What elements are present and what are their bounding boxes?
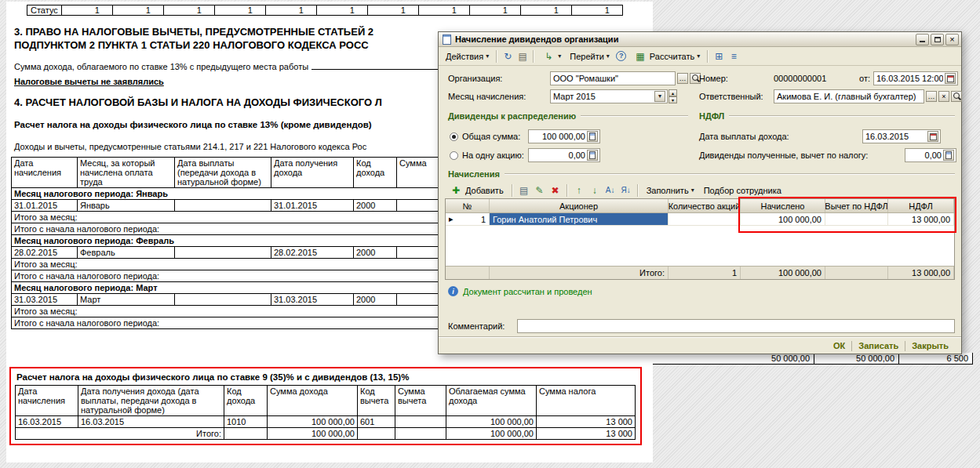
clear-icon[interactable]: × bbox=[938, 91, 949, 102]
month-group-row: Месяц налогового периода: Март bbox=[12, 282, 492, 294]
toolbar-separator bbox=[637, 184, 639, 197]
responsible-label: Ответственный: bbox=[699, 92, 763, 101]
tax13-table: Дата начисления Месяц, за который начисл… bbox=[11, 157, 492, 329]
blank-fill-line bbox=[311, 61, 439, 70]
column-header[interactable]: № bbox=[446, 199, 490, 212]
column-header[interactable]: Начислено bbox=[741, 199, 825, 212]
maximize-button[interactable] bbox=[931, 34, 944, 45]
help-icon[interactable]: ? bbox=[614, 49, 628, 63]
section4-heading: 4. РАСЧЕТ НАЛОГОВОЙ БАЗЫ И НАЛОГА НА ДОХ… bbox=[14, 96, 382, 108]
sort-descending-icon[interactable]: Я↓ bbox=[619, 183, 633, 198]
document-status-line: i Документ рассчитан и проведен bbox=[448, 286, 592, 296]
minimize-button[interactable] bbox=[916, 34, 929, 45]
copy-document-icon[interactable]: ▤ bbox=[516, 49, 530, 63]
create-based-on-button[interactable]: ↳ ▾ bbox=[537, 48, 565, 65]
status-cell: 1 bbox=[469, 5, 520, 16]
actions-button[interactable]: Действия▾ bbox=[442, 50, 493, 63]
dividends-header-row: Дата начисления Дата получения дохода (д… bbox=[16, 386, 636, 416]
dividends-tax-section-highlighted: Расчет налога на доходы физического лица… bbox=[9, 367, 642, 445]
per-share-radio[interactable] bbox=[450, 151, 458, 160]
previous-income-line: Сумма дохода, облагаемого по ставке 13% … bbox=[14, 61, 439, 71]
add-icon: ✚ bbox=[449, 183, 463, 198]
move-up-icon[interactable]: ↑ bbox=[572, 183, 586, 198]
received-dividends-field[interactable]: 0,00 bbox=[905, 148, 956, 162]
organization-field[interactable]: ООО "Ромашки" … bbox=[550, 71, 701, 85]
responsible-field[interactable]: Акимова Е. И. (главный бухгалтер) … × bbox=[774, 89, 962, 103]
table-row: 31.01.2015Январь 31.01.20152000 bbox=[12, 200, 492, 212]
accrual-month-field[interactable]: Март 2015▾ ▴▾ bbox=[550, 89, 677, 103]
dialog-toolbar: Действия▾ ↻ ▤ ↳ ▾ Перейти▾ ? ▦ Рассчитат… bbox=[439, 47, 961, 66]
column-header[interactable]: НДФЛ bbox=[888, 199, 954, 212]
received-dividends-label: Дивиденды полученные, вычет по налогу: bbox=[699, 151, 868, 160]
calculator-icon[interactable] bbox=[587, 150, 598, 161]
edit-row-icon[interactable]: ✎ bbox=[533, 183, 547, 198]
per-share-input[interactable]: 0,00 bbox=[528, 148, 600, 162]
number-label: Номер: bbox=[699, 74, 728, 83]
status-row-table: Статус 1 1 1 1 1 1 1 1 1 1 1 bbox=[27, 5, 623, 16]
column-header[interactable]: Вычет по НДФЛ bbox=[825, 199, 888, 212]
number-value[interactable]: 00000000001 bbox=[774, 74, 826, 83]
choose-button[interactable]: … bbox=[926, 91, 937, 102]
move-down-icon[interactable]: ↓ bbox=[588, 183, 602, 198]
payout-date-label: Дата выплаты дохода: bbox=[699, 132, 789, 141]
chevron-down-icon: ▾ bbox=[697, 53, 700, 60]
month-total-row: Итого за месяц: bbox=[12, 306, 492, 317]
subordination-structure-icon[interactable]: ⊞ bbox=[712, 49, 726, 63]
fill-button[interactable]: Заполнить▾ bbox=[643, 184, 698, 197]
reread-icon[interactable]: ↻ bbox=[501, 49, 515, 63]
calendar-icon[interactable] bbox=[945, 73, 956, 84]
payout-date-field[interactable]: 16.03.2015 bbox=[862, 129, 941, 143]
save-button[interactable]: Записать bbox=[854, 339, 903, 352]
goto-button[interactable]: Перейти▾ bbox=[566, 50, 614, 63]
calculator-icon[interactable] bbox=[943, 150, 954, 161]
sort-ascending-icon[interactable]: А↓ bbox=[603, 183, 618, 198]
calculator-icon[interactable] bbox=[587, 131, 598, 142]
fragment-cell: 50 000,00 bbox=[653, 353, 814, 364]
current-row-marker-icon: ▸ bbox=[449, 214, 454, 224]
comment-field[interactable] bbox=[517, 319, 955, 333]
period-total-row: Итого с начала налогового периода: bbox=[12, 317, 492, 329]
copy-row-icon[interactable]: ▤ bbox=[517, 183, 531, 198]
dialog-title-bar[interactable]: Начисление дивидендов организации × bbox=[439, 32, 961, 47]
date-label: от: bbox=[859, 74, 870, 83]
table-row[interactable]: ▸1 Горин Анатолий Петрович 100 000,00 13… bbox=[446, 213, 954, 226]
month-group-row: Месяц налогового периода: Январь bbox=[12, 188, 492, 200]
total-sum-radio[interactable] bbox=[450, 132, 458, 141]
period-total-row: Итого с начала налогового периода: bbox=[12, 223, 492, 235]
grid-body: ▸1 Горин Анатолий Петрович 100 000,00 13… bbox=[446, 213, 954, 266]
status-cell: 1 bbox=[316, 5, 367, 16]
status-cell: 1 bbox=[571, 5, 622, 16]
document-date-field[interactable]: 16.03.2015 12:00:00 bbox=[873, 71, 958, 85]
calculate-button[interactable]: ▦ Рассчитать▾ bbox=[629, 48, 704, 65]
choose-button[interactable]: … bbox=[677, 73, 688, 84]
toolbar-separator bbox=[496, 50, 497, 63]
month-stepper[interactable]: ▴▾ bbox=[669, 89, 677, 103]
status-cell: 1 bbox=[520, 5, 571, 16]
footer-separator bbox=[439, 336, 961, 338]
shareholder-cell[interactable]: Горин Анатолий Петрович bbox=[490, 213, 669, 225]
calendar-icon[interactable] bbox=[927, 131, 938, 142]
accruals-grid: № Акционер Количество акций Начислено Вы… bbox=[445, 198, 955, 280]
total-sum-input[interactable]: 100 000,00 bbox=[528, 129, 600, 143]
chevron-down-icon: ▾ bbox=[691, 187, 694, 194]
delete-row-icon[interactable]: ✖ bbox=[548, 183, 563, 198]
month-group-row: Месяц налогового периода: Февраль bbox=[12, 235, 492, 247]
ndfl-section-header: НДФЛ bbox=[699, 111, 955, 122]
pick-employee-button[interactable]: Подбор сотрудника bbox=[700, 184, 785, 197]
column-header[interactable]: Акционер bbox=[490, 199, 669, 212]
table-row: 16.03.2015 16.03.2015 1010 100 000,00 60… bbox=[16, 416, 636, 428]
ok-button[interactable]: ОК bbox=[829, 339, 850, 352]
info-icon: i bbox=[448, 286, 458, 296]
accruals-section-header: Начисления bbox=[448, 169, 955, 180]
status-message: Документ рассчитан и проведен bbox=[463, 287, 592, 296]
add-row-button[interactable]: ✚ Добавить bbox=[445, 182, 508, 199]
column-header[interactable]: Количество акций bbox=[669, 199, 741, 212]
close-form-button[interactable]: Закрыть bbox=[907, 339, 953, 352]
close-button[interactable]: × bbox=[945, 34, 959, 45]
list-view-icon[interactable]: ≡ bbox=[727, 49, 741, 63]
comment-label: Комментарий: bbox=[448, 321, 505, 331]
dropdown-icon[interactable]: ▾ bbox=[654, 91, 665, 102]
accruals-toolbar: ✚ Добавить ▤ ✎ ✖ ↑ ↓ А↓ Я↓ Заполнить▾ По… bbox=[445, 183, 955, 198]
magnifier-icon[interactable] bbox=[951, 91, 962, 102]
calculate-icon: ▦ bbox=[633, 49, 647, 63]
